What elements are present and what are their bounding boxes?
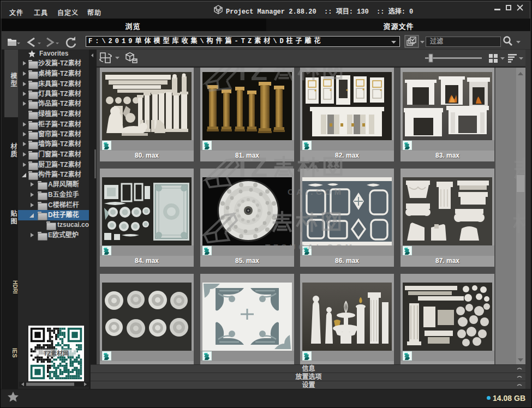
svg-text:CAI.COM: CAI.COM bbox=[288, 187, 344, 196]
svg-text:TZ: TZ bbox=[234, 68, 267, 86]
svg-text:TZ: TZ bbox=[234, 152, 267, 183]
svg-text:TZSUCAI.COM: TZSUCAI.COM bbox=[265, 242, 355, 251]
